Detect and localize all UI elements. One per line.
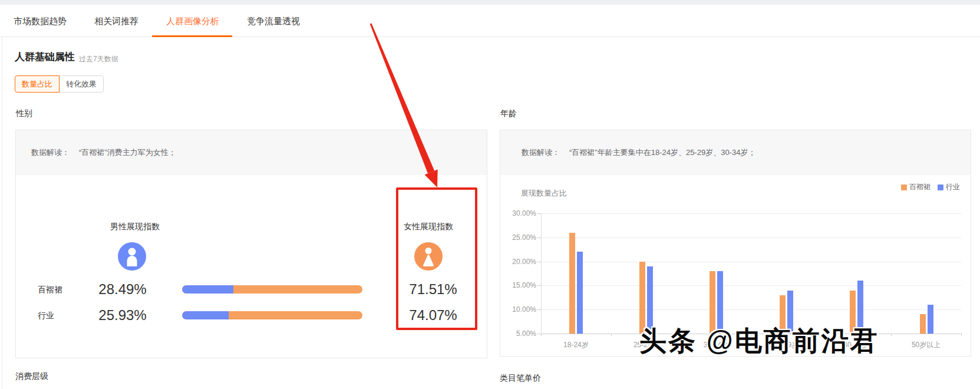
x-axis-tick	[961, 334, 962, 336]
bar-series1	[639, 262, 645, 334]
insight-prefix: 数据解读：	[522, 147, 560, 158]
table-row: 百褶裙28.49%71.51%	[16, 281, 487, 298]
table-row: 行业25.93%74.07%	[16, 307, 487, 324]
bar-series1	[780, 295, 786, 334]
x-axis-tick	[611, 334, 612, 336]
bar-series1	[569, 233, 575, 334]
consumption-level-label: 消费层级	[15, 371, 48, 382]
bar-series1	[920, 314, 926, 334]
y-axis-tick-label: 15.00%	[502, 281, 536, 289]
gender-ratio-bar	[182, 285, 362, 294]
chart-title: 展现数量占比	[521, 188, 567, 199]
x-axis-tick	[681, 334, 682, 336]
age-section-label: 年龄	[500, 108, 517, 119]
category-price-label: 类目笔单价	[500, 373, 541, 384]
female-percent-value: 71.51%	[386, 281, 480, 298]
y-axis-tick-label: 20.00%	[502, 258, 536, 266]
insight-prefix: 数据解读：	[31, 147, 70, 158]
row-name: 行业	[38, 307, 54, 324]
y-axis-tick-label: 25.00%	[502, 233, 536, 242]
male-person-icon	[118, 242, 146, 271]
toggle-conversion-effect[interactable]: 转化效果	[59, 75, 104, 93]
tab-bar: 市场数据趋势相关词推荐人群画像分析竞争流量透视	[0, 5, 980, 37]
gender-ratio-bar-male-segment	[182, 285, 233, 294]
x-axis-tick	[891, 334, 892, 336]
age-card: 数据解读： “百褶裙”年龄主要集中在18-24岁、25-29岁、30-34岁； …	[500, 130, 971, 357]
y-axis-tick-label: 5.00%	[502, 329, 536, 338]
bar-series2	[857, 281, 863, 334]
bar-series2	[928, 305, 933, 334]
x-axis-category-label: 50岁以上	[894, 340, 959, 350]
section-subtitle: 过去7天数据	[79, 54, 118, 64]
legend-item[interactable]: 百褶裙	[901, 182, 930, 192]
legend-label: 行业	[946, 182, 960, 192]
gender-insight-text: “百褶裙”消费主力军为女性；	[79, 147, 176, 158]
x-axis-category-label: 30-34岁	[684, 340, 748, 350]
x-axis-category-label: 35-39岁	[754, 340, 819, 350]
female-person-icon	[414, 242, 443, 271]
gridline	[541, 285, 961, 286]
toggle-quantity-share[interactable]: 数量占比	[15, 75, 60, 93]
page-left-border	[2, 5, 2, 389]
y-axis-tick-label: 30.00%	[502, 209, 536, 217]
tab-audience-portrait[interactable]: 人群画像分析	[166, 5, 219, 37]
gridline	[541, 213, 961, 214]
legend-item[interactable]: 行业	[938, 182, 960, 192]
tab-related-words[interactable]: 相关词推荐	[94, 5, 138, 37]
gender-ratio-bar-male-segment	[182, 311, 229, 319]
x-axis-category-label: 40-49岁	[824, 340, 889, 350]
age-insight-strip: 数据解读： “百褶裙”年龄主要集中在18-24岁、25-29岁、30-34岁；	[500, 130, 971, 175]
bar-series1	[710, 271, 715, 334]
page: 市场数据趋势相关词推荐人群画像分析竞争流量透视 人群基础属性 过去7天数据 数量…	[0, 0, 980, 389]
gridline	[541, 262, 961, 262]
section-title: 人群基础属性	[15, 50, 75, 64]
legend-swatch	[901, 184, 907, 190]
y-axis-tick-label: 10.00%	[502, 305, 536, 314]
bar-series2	[647, 266, 653, 334]
legend-label: 百褶裙	[909, 182, 930, 192]
age-insight-text: “百褶裙”年龄主要集中在18-24岁、25-29岁、30-34岁；	[569, 147, 755, 158]
legend-swatch	[938, 184, 943, 190]
x-axis-tick	[821, 334, 821, 336]
female-percent-value: 74.07%	[386, 307, 480, 324]
bar-series2	[717, 271, 723, 334]
x-axis-tick	[751, 334, 752, 336]
x-axis-category-label: 18-24岁	[543, 340, 608, 350]
male-index-header: 男性展现指数	[88, 222, 182, 232]
top-strip	[0, 0, 980, 5]
tab-competition-traffic[interactable]: 竞争流量透视	[247, 5, 300, 37]
x-axis-tick	[541, 334, 542, 336]
gender-card: 数据解读： “百褶裙”消费主力军为女性； 男性展现指数 女性展现指数 百褶裙28…	[15, 130, 487, 358]
bar-series1	[850, 291, 856, 334]
y-axis-line	[541, 213, 542, 334]
female-index-header: 女性展现指数	[381, 222, 476, 232]
bar-series2	[787, 291, 793, 334]
male-percent-value: 28.49%	[89, 281, 156, 298]
bar-series2	[577, 252, 583, 334]
row-name: 百褶裙	[38, 281, 62, 298]
gridline	[541, 309, 961, 310]
gridline	[541, 238, 961, 238]
tab-market-data-trend[interactable]: 市场数据趋势	[14, 5, 67, 37]
gender-ratio-bar	[182, 311, 362, 319]
metric-toggle-group: 数量占比转化效果	[15, 75, 104, 93]
gender-section-label: 性别	[16, 108, 32, 119]
male-percent-value: 25.93%	[89, 307, 156, 324]
chart-legend: 百褶裙行业	[901, 182, 960, 192]
gender-insight-strip: 数据解读： “百褶裙”消费主力军为女性；	[16, 130, 487, 175]
x-axis-category-label: 25-29岁	[613, 340, 678, 350]
